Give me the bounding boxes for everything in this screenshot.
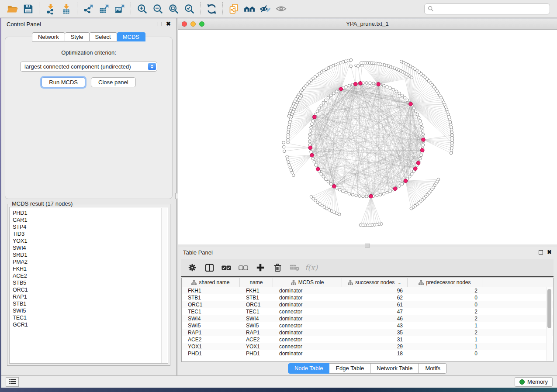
network-canvas[interactable] [178, 30, 557, 244]
column-header-shared-name[interactable]: shared name [182, 278, 240, 287]
mcds-node-item[interactable]: CAR1 [13, 217, 168, 224]
mcds-node-item[interactable]: SWI5 [13, 307, 168, 314]
tab-network-table[interactable]: Network Table [370, 363, 419, 374]
mcds-node-item[interactable]: TEC1 [13, 314, 168, 321]
control-panel-tabs: NetworkStyleSelectMCDS [1, 32, 176, 41]
table-row[interactable]: FKH1FKH1dominator962 [182, 287, 553, 294]
tab-network[interactable]: Network [32, 32, 65, 41]
zoom-selected-button[interactable] [181, 2, 197, 16]
tab-edge-table[interactable]: Edge Table [329, 363, 370, 374]
maximize-window-icon[interactable] [199, 21, 204, 27]
search-input[interactable] [436, 5, 547, 13]
save-session-button[interactable] [20, 2, 36, 16]
mcds-node-item[interactable]: RAP1 [13, 293, 168, 300]
close-panel-icon[interactable]: ✖ [547, 250, 552, 254]
hide-selected-button[interactable] [257, 2, 273, 16]
show-columns-button[interactable] [203, 261, 216, 274]
import-network-button[interactable] [42, 2, 58, 16]
result-list-scrollbar[interactable] [161, 208, 167, 363]
table-row[interactable]: PHD1PHD1dominator180 [182, 350, 553, 357]
splitter-handle[interactable] [365, 244, 370, 248]
memory-button[interactable]: Memory [515, 377, 553, 387]
mcds-node-item[interactable]: STP4 [13, 224, 168, 230]
table-row[interactable]: SWI4SWI4dominator462 [182, 315, 553, 322]
table-settings-button[interactable] [186, 261, 199, 274]
mcds-node-item[interactable]: SRD1 [13, 251, 168, 258]
mcds-node-item[interactable]: TID3 [13, 230, 168, 237]
table-row[interactable]: SWI5SWI5connector431 [182, 322, 553, 329]
table-cell: RAP1 [182, 330, 240, 336]
mcds-result-list[interactable]: PHD1CAR1STP4TID3YOX1SWI4SRD1PMA2FKH1ACE2… [9, 207, 168, 364]
table-row[interactable]: STB1STB1dominator620 [182, 294, 553, 301]
show-panels-button[interactable] [6, 377, 19, 387]
table-row[interactable]: ORC1ORC1dominator610 [182, 301, 553, 308]
tab-node-table[interactable]: Node Table [288, 363, 330, 374]
close-window-icon[interactable] [182, 21, 187, 27]
refresh-button[interactable] [204, 2, 219, 16]
table-row[interactable]: YOX1YOX1connector291 [182, 343, 553, 350]
mcds-node-item[interactable]: ORC1 [13, 286, 168, 293]
network-window-titlebar[interactable]: YPA_prune.txt_1 [178, 18, 557, 30]
float-panel-icon[interactable] [539, 250, 543, 254]
table-cell: 43 [342, 323, 408, 329]
mcds-node-item[interactable]: PHD1 [13, 210, 168, 217]
mcds-result-group: MCDS result (17 nodes) PHD1CAR1STP4TID3Y… [7, 204, 170, 366]
mcds-tab-content: Optimization criterion: largest connecte… [5, 37, 173, 199]
table-cell: 2 [408, 288, 482, 294]
table-cell: 46 [342, 316, 408, 322]
import-table-button[interactable] [58, 2, 74, 16]
open-file-button[interactable] [4, 2, 20, 16]
mcds-node-item[interactable]: STB5 [13, 279, 168, 286]
function-builder-button[interactable]: f(x) [305, 261, 318, 274]
delete-column-button[interactable] [271, 261, 284, 274]
export-image-button[interactable] [112, 2, 128, 16]
table-scrollbar[interactable] [546, 287, 552, 361]
first-neighbors-button[interactable] [242, 2, 257, 16]
delete-table-button[interactable] [288, 261, 301, 274]
show-all-button[interactable] [273, 2, 289, 16]
export-table-button[interactable] [96, 2, 112, 16]
table-row[interactable]: RAP1RAP1dominator352 [182, 329, 553, 336]
deselect-all-button[interactable] [237, 261, 250, 274]
node-table[interactable]: shared namenameMCDS rolesuccessor nodes⌄… [181, 278, 554, 362]
tab-motifs[interactable]: Motifs [419, 363, 447, 374]
table-row[interactable]: TEC1TEC1connector472 [182, 308, 553, 315]
mcds-node-item[interactable]: YOX1 [13, 237, 168, 244]
table-cell: TEC1 [240, 309, 273, 315]
tab-select[interactable]: Select [90, 32, 117, 41]
criterion-select[interactable]: largest connected component (undirected) [20, 62, 157, 72]
table-cell: 2 [408, 309, 482, 315]
table-row[interactable]: ACE2ACE2connector311 [182, 336, 553, 343]
minimize-window-icon[interactable] [190, 21, 196, 27]
duplicate-network-button[interactable] [226, 2, 242, 16]
memory-label: Memory [527, 378, 548, 385]
column-header-name[interactable]: name [240, 278, 273, 287]
zoom-in-button[interactable] [134, 2, 150, 16]
tab-style[interactable]: Style [65, 32, 90, 41]
table-cell: TEC1 [182, 309, 240, 315]
float-panel-icon[interactable] [158, 22, 162, 26]
export-network-button[interactable] [80, 2, 96, 16]
mcds-node-item[interactable]: GCR1 [13, 321, 168, 328]
mcds-node-item[interactable]: ACE2 [13, 272, 168, 279]
column-header-mcds-role[interactable]: MCDS role [273, 278, 342, 287]
scrollbar-thumb[interactable] [547, 289, 551, 328]
close-panel-icon[interactable]: ✖ [166, 22, 171, 26]
mcds-node-item[interactable]: SWI4 [13, 244, 168, 251]
zoom-fit-button[interactable] [166, 2, 181, 16]
mcds-node-item[interactable]: FKH1 [13, 265, 168, 272]
horizontal-splitter[interactable] [178, 244, 557, 247]
zoom-out-button[interactable] [150, 2, 166, 16]
folder-open-icon [7, 4, 18, 14]
close-panel-button[interactable]: Close panel [91, 77, 136, 87]
run-mcds-button[interactable]: Run MCDS [42, 77, 85, 87]
tab-mcds[interactable]: MCDS [117, 32, 145, 41]
column-header-successor-nodes[interactable]: successor nodes⌄ [342, 278, 408, 287]
network-graph[interactable] [178, 30, 557, 244]
add-column-button[interactable] [254, 261, 267, 274]
mcds-node-item[interactable]: PMA2 [13, 258, 168, 265]
mcds-node-item[interactable]: STB1 [13, 300, 168, 307]
toolbar-separator [131, 2, 131, 15]
column-header-predecessor-nodes[interactable]: predecessor nodes [408, 278, 482, 287]
select-all-button[interactable] [220, 261, 233, 274]
